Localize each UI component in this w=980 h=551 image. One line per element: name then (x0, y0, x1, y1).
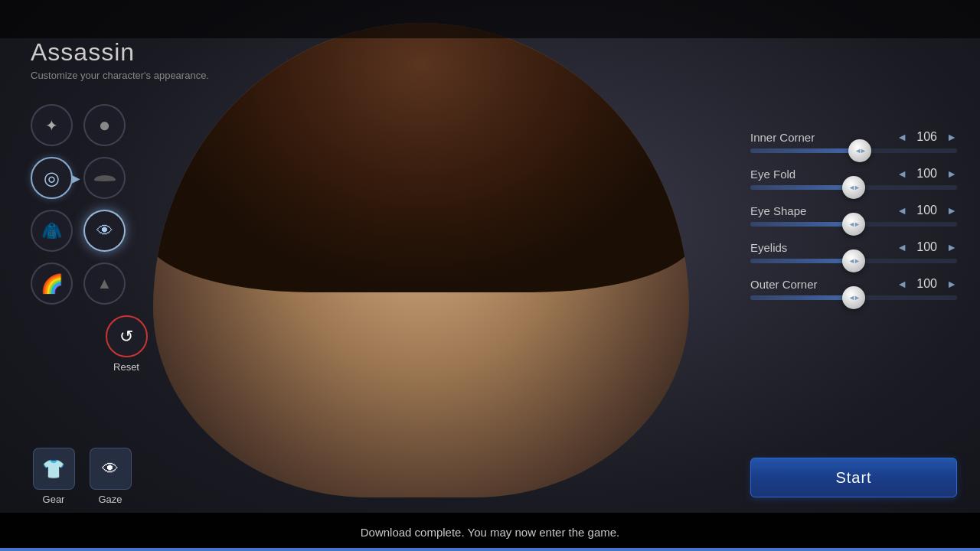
slider-thumb-4[interactable]: ◄► (842, 286, 865, 309)
status-bar: Download complete. You may now enter the… (0, 513, 980, 551)
reset-label: Reset (113, 361, 139, 373)
game-subtitle: Customize your character's appearance. (31, 70, 222, 81)
star-icon: ✦ (45, 116, 58, 135)
slider-thumb-2[interactable]: ◄► (842, 213, 865, 236)
slider-label-3: Eyelids (750, 241, 787, 254)
head-outline-icon: ◎ (44, 168, 60, 189)
bottom-bar: Download complete. You may now enter the… (0, 513, 980, 551)
slider-left-arrow-1[interactable]: ◄ (897, 168, 907, 180)
slider-right-arrow-4[interactable]: ► (946, 278, 957, 290)
slider-label-4: Outer Corner (750, 278, 818, 291)
slider-group-4: Outer Corner ◄ 100 ► ◄► (750, 277, 957, 300)
slider-thumb-0[interactable]: ◄► (848, 139, 871, 162)
status-message: Download complete. You may now enter the… (361, 526, 620, 539)
gaze-icon: 👁 (102, 459, 119, 479)
slider-value-0: 106 (913, 130, 940, 144)
gaze-icon-box: 👁 (90, 448, 132, 490)
slider-group-0: Inner Corner ◄ 106 ► ◄► (750, 130, 957, 153)
active-arrow-icon: ▶ (72, 172, 80, 184)
slider-track-0[interactable]: ◄► (750, 148, 957, 153)
slider-right-arrow-2[interactable]: ► (946, 204, 957, 217)
slider-group-3: Eyelids ◄ 100 ► ◄► (750, 240, 957, 263)
face-icon-btn[interactable]: ● (83, 104, 126, 146)
slider-fill-2 (750, 222, 854, 227)
reset-circle: ↺ (106, 315, 148, 357)
progress-bar-fill (0, 548, 980, 551)
slider-controls-4: ◄ 100 ► (897, 277, 957, 291)
progress-bar-container (0, 548, 980, 551)
head-outline-btn[interactable]: ◎ ▶ (31, 157, 73, 199)
slider-left-arrow-0[interactable]: ◄ (897, 131, 907, 143)
bottom-icons: 👕 Gear 👁 Gaze (31, 448, 222, 513)
slider-controls-3: ◄ 100 ► (897, 240, 957, 254)
slider-track-2[interactable]: ◄► (750, 222, 957, 227)
slider-track-3[interactable]: ◄► (750, 259, 957, 263)
slider-fill-3 (750, 259, 854, 263)
body-btn[interactable]: 🧥 (31, 210, 73, 252)
slider-value-1: 100 (913, 167, 940, 181)
eyebrow-icon (94, 175, 116, 181)
slider-label-1: Eye Fold (750, 168, 795, 181)
slider-label-2: Eye Shape (750, 204, 806, 217)
slider-left-arrow-4[interactable]: ◄ (897, 278, 907, 290)
color-wheel-icon: 🌈 (41, 273, 64, 295)
slider-right-arrow-3[interactable]: ► (946, 241, 957, 253)
slider-thumb-icon-0: ◄► (854, 147, 865, 155)
reset-icon: ↺ (119, 327, 133, 347)
slider-fill-1 (750, 185, 854, 190)
slider-label-0: Inner Corner (750, 131, 815, 144)
slider-thumb-3[interactable]: ◄► (842, 249, 865, 272)
slider-left-arrow-3[interactable]: ◄ (897, 241, 907, 253)
slider-right-arrow-1[interactable]: ► (946, 168, 957, 180)
slider-value-3: 100 (913, 240, 940, 254)
slider-value-4: 100 (913, 277, 940, 291)
slider-group-1: Eye Fold ◄ 100 ► ◄► (750, 167, 957, 190)
gear-icon: 👕 (42, 458, 65, 480)
left-panel: Assassin Customize your character's appe… (31, 38, 222, 513)
gaze-button[interactable]: 👁 Gaze (87, 448, 133, 505)
slider-thumb-icon-3: ◄► (848, 257, 859, 265)
star-icon-btn[interactable]: ✦ (31, 104, 73, 146)
gear-label: Gear (43, 494, 65, 505)
start-label: Start (835, 469, 871, 487)
slider-fill-4 (750, 295, 854, 300)
eye-detail-btn[interactable]: 👁 (83, 210, 126, 252)
icon-grid: ✦ ● ◎ ▶ 🧥 👁 🌈 ▲ (31, 104, 138, 305)
slider-thumb-icon-1: ◄► (848, 184, 859, 191)
game-title: Assassin (31, 38, 222, 67)
slider-thumb-icon-4: ◄► (848, 294, 859, 302)
nose-btn[interactable]: ▲ (83, 262, 126, 305)
gear-icon-box: 👕 (33, 448, 75, 490)
slider-left-arrow-2[interactable]: ◄ (897, 204, 907, 217)
slider-controls-1: ◄ 100 ► (897, 167, 957, 181)
top-border (0, 0, 980, 38)
gear-button[interactable]: 👕 Gear (31, 448, 77, 505)
start-button[interactable]: Start (750, 458, 957, 497)
slider-controls-0: ◄ 106 ► (897, 130, 957, 144)
slider-thumb-icon-2: ◄► (848, 220, 859, 228)
body-icon: 🧥 (41, 221, 62, 241)
slider-fill-0 (750, 148, 860, 153)
slider-value-2: 100 (913, 204, 940, 217)
face-silhouette-icon: ● (99, 113, 111, 137)
right-panel: Inner Corner ◄ 106 ► ◄► Eye Fold ◄ 100 (750, 38, 957, 513)
slider-controls-2: ◄ 100 ► (897, 204, 957, 217)
slider-thumb-1[interactable]: ◄► (842, 176, 865, 199)
eyebrow-btn[interactable] (83, 157, 126, 199)
color-btn[interactable]: 🌈 (31, 262, 73, 305)
eye-detail-icon: 👁 (96, 221, 113, 241)
slider-group-2: Eye Shape ◄ 100 ► ◄► (750, 204, 957, 227)
reset-button[interactable]: ↺ Reset (31, 315, 222, 373)
slider-right-arrow-0[interactable]: ► (946, 131, 957, 143)
gaze-label: Gaze (98, 494, 122, 505)
title-section: Assassin Customize your character's appe… (31, 38, 222, 81)
nose-icon: ▲ (97, 275, 113, 292)
slider-track-4[interactable]: ◄► (750, 295, 957, 300)
slider-track-1[interactable]: ◄► (750, 185, 957, 190)
character-portrait (153, 23, 689, 497)
